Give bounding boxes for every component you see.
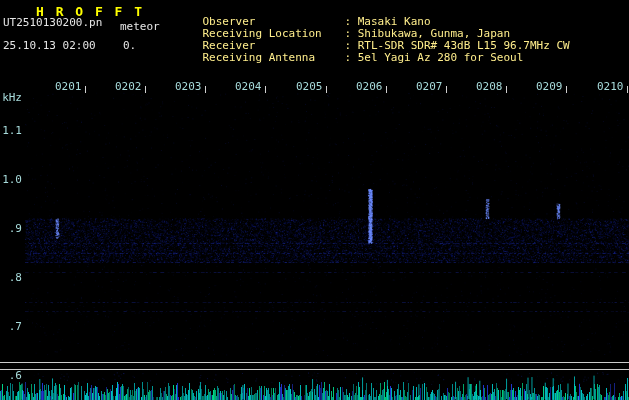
x-tick-label: 0206 <box>356 81 383 92</box>
x-tick-mark <box>506 86 507 93</box>
info-label-antenna: Receiving Antenna <box>203 52 345 63</box>
x-tick-mark <box>145 86 146 93</box>
x-tick-mark <box>326 86 327 93</box>
y-tick-label: .9 <box>0 223 22 234</box>
x-tick-mark <box>265 86 266 93</box>
info-value-antenna: : 5el Yagi Az 280 for Seoul <box>345 51 524 64</box>
y-tick-label: .7 <box>0 321 22 332</box>
timestamp: 25.10.13 02:00 <box>3 40 96 51</box>
echo-counter: 0. <box>123 40 136 51</box>
x-tick-label: 0207 <box>416 81 443 92</box>
x-tick-label: 0210 <box>597 81 624 92</box>
x-tick-label: 0208 <box>476 81 503 92</box>
output-filename: UT2510130200.pn <box>3 17 102 28</box>
x-tick-label: 0201 <box>55 81 82 92</box>
x-tick-mark <box>85 86 86 93</box>
x-tick-label: 0205 <box>296 81 323 92</box>
x-tick-label: 0204 <box>235 81 262 92</box>
x-tick-label: 0203 <box>175 81 202 92</box>
y-tick-label: 1.0 <box>0 174 22 185</box>
x-tick-label: 0202 <box>115 81 142 92</box>
x-tick-mark <box>627 86 628 93</box>
x-tick-mark <box>446 86 447 93</box>
y-axis-unit: kHz <box>0 92 22 103</box>
y-tick-label: .6 <box>0 370 22 381</box>
y-tick-label: 1.1 <box>0 125 22 136</box>
observation-name: meteor <box>120 21 160 32</box>
info-row-antenna: Receiving Antenna: 5el Yagi Az 280 for S… <box>176 41 523 74</box>
x-tick-label: 0209 <box>536 81 563 92</box>
x-tick-mark <box>205 86 206 93</box>
y-tick-label: .8 <box>0 272 22 283</box>
hrofft-screen: H R O F F T UT2510130200.pn meteor 25.10… <box>0 0 629 400</box>
x-tick-mark <box>386 86 387 93</box>
x-tick-mark <box>566 86 567 93</box>
